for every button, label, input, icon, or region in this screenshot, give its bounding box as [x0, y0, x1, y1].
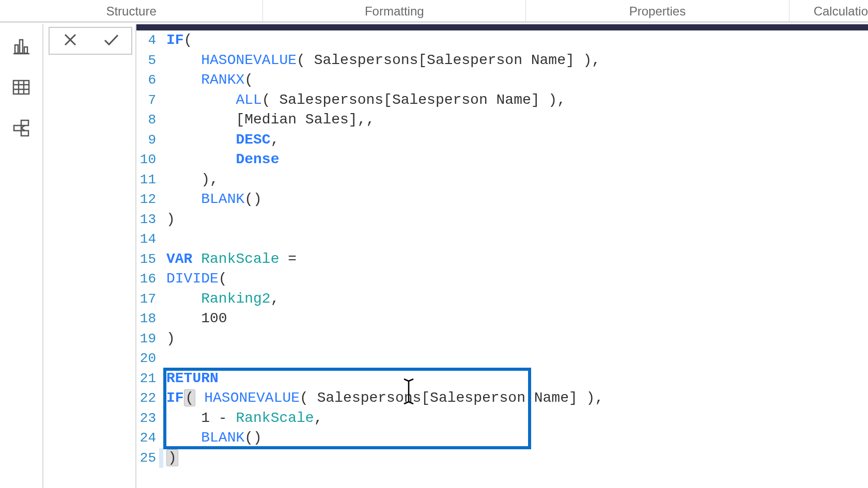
code-line[interactable]: 4IF(: [136, 30, 868, 51]
code-content[interactable]: ): [163, 329, 175, 349]
svg-rect-10: [14, 125, 21, 131]
current-line-indicator: [159, 229, 163, 249]
code-line[interactable]: 10 Dense: [136, 150, 868, 170]
code-line[interactable]: 19): [136, 329, 868, 349]
line-number: 21: [136, 369, 159, 389]
code-content[interactable]: VAR RankScale =: [163, 249, 297, 270]
line-number: 23: [136, 408, 159, 429]
model-icon[interactable]: [10, 117, 33, 140]
formula-action-box: [49, 27, 132, 55]
current-line-indicator: [159, 269, 163, 289]
current-line-indicator: [159, 210, 163, 230]
tab-calculation[interactable]: Calculatio: [789, 0, 868, 21]
code-editor[interactable]: 4IF(5 HASONEVALUE( Salespersons[Salesper…: [135, 24, 868, 488]
line-number: 6: [136, 70, 159, 90]
code-content[interactable]: RANKX(: [163, 70, 253, 90]
code-content[interactable]: Ranking2,: [163, 289, 279, 309]
line-number: 12: [136, 190, 159, 210]
current-line-indicator: [159, 90, 163, 111]
code-content[interactable]: 1 - RankScale,: [163, 408, 322, 429]
ribbon-tabs: Structure Formatting Properties Calculat…: [0, 0, 868, 23]
code-line[interactable]: 6 RANKX(: [136, 70, 868, 90]
code-content[interactable]: DESC,: [163, 130, 279, 150]
current-line-indicator: [159, 369, 163, 389]
current-line-indicator: [159, 30, 163, 51]
code-content[interactable]: [163, 349, 166, 369]
code-content[interactable]: ),: [163, 170, 219, 190]
line-number: 14: [136, 229, 159, 249]
code-line[interactable]: 23 1 - RankScale,: [136, 408, 868, 429]
current-line-indicator: [159, 130, 163, 150]
code-content[interactable]: [163, 229, 166, 249]
check-icon[interactable]: [102, 31, 120, 51]
svg-rect-9: [21, 120, 28, 125]
code-line[interactable]: 22IF( HASONEVALUE( Salespersons[Salesper…: [136, 388, 868, 408]
current-line-indicator: [159, 110, 163, 130]
left-rail: [0, 24, 43, 488]
current-line-indicator: [159, 70, 163, 90]
code-content[interactable]: ALL( Salespersons[Salesperson Name] ),: [163, 90, 566, 111]
chart-icon[interactable]: [10, 35, 33, 57]
current-line-indicator: [159, 349, 163, 369]
code-content[interactable]: 100: [163, 309, 227, 329]
line-number: 4: [136, 30, 159, 51]
svg-rect-11: [21, 131, 28, 136]
current-line-indicator: [159, 289, 163, 309]
close-icon[interactable]: [61, 31, 79, 51]
code-line[interactable]: 20: [136, 349, 868, 369]
current-line-indicator: [159, 249, 163, 270]
code-content[interactable]: BLANK(): [163, 190, 262, 210]
code-line[interactable]: 17 Ranking2,: [136, 289, 868, 309]
svg-rect-2: [20, 40, 23, 53]
code-content[interactable]: HASONEVALUE( Salespersons[Salesperson Na…: [163, 51, 600, 71]
line-number: 25: [136, 448, 159, 468]
code-line[interactable]: 14: [136, 229, 868, 249]
current-line-indicator: [159, 190, 163, 210]
line-number: 7: [136, 90, 159, 111]
code-line[interactable]: 7 ALL( Salespersons[Salesperson Name] ),: [136, 90, 868, 111]
code-content[interactable]: IF(: [163, 30, 192, 51]
code-line[interactable]: 15VAR RankScale =: [136, 249, 868, 270]
tab-formatting[interactable]: Formatting: [263, 0, 526, 21]
current-line-indicator: [159, 309, 163, 329]
line-number: 10: [136, 150, 159, 170]
current-line-indicator: [159, 448, 163, 468]
current-line-indicator: [159, 51, 163, 71]
current-line-indicator: [159, 170, 163, 190]
code-line[interactable]: 12 BLANK(): [136, 190, 868, 210]
code-content[interactable]: IF( HASONEVALUE( Salespersons[Salesperso…: [163, 388, 603, 408]
code-line[interactable]: 21RETURN: [136, 369, 868, 389]
current-line-indicator: [159, 388, 163, 408]
line-number: 13: [136, 210, 159, 230]
code-content[interactable]: ): [163, 210, 175, 230]
code-line[interactable]: 11 ),: [136, 170, 868, 190]
tab-properties[interactable]: Properties: [526, 0, 789, 21]
code-content[interactable]: [Median Sales],,: [163, 110, 375, 130]
code-line[interactable]: 16DIVIDE(: [136, 269, 868, 289]
code-line[interactable]: 9 DESC,: [136, 130, 868, 150]
line-number: 16: [136, 269, 159, 289]
line-number: 20: [136, 349, 159, 369]
code-line[interactable]: 8 [Median Sales],,: [136, 110, 868, 130]
current-line-indicator: [159, 150, 163, 170]
code-line[interactable]: 13): [136, 210, 868, 230]
line-number: 17: [136, 289, 159, 309]
code-content[interactable]: ): [163, 448, 178, 468]
line-number: 18: [136, 309, 159, 329]
code-content[interactable]: Dense: [163, 150, 279, 170]
line-number: 9: [136, 130, 159, 150]
code-line[interactable]: 18 100: [136, 309, 868, 329]
code-content[interactable]: DIVIDE(: [163, 269, 227, 289]
code-content[interactable]: BLANK(): [163, 428, 262, 448]
code-content[interactable]: RETURN: [163, 369, 219, 389]
svg-rect-3: [24, 47, 27, 53]
code-line[interactable]: 24 BLANK(): [136, 428, 868, 448]
line-number: 5: [136, 51, 159, 71]
tab-structure[interactable]: Structure: [0, 0, 263, 21]
table-icon[interactable]: [10, 76, 33, 99]
line-number: 8: [136, 110, 159, 130]
code-line[interactable]: 25): [136, 448, 868, 468]
code-line[interactable]: 5 HASONEVALUE( Salespersons[Salesperson …: [136, 51, 868, 71]
current-line-indicator: [159, 408, 163, 429]
code-area[interactable]: 4IF(5 HASONEVALUE( Salespersons[Salesper…: [136, 30, 868, 488]
